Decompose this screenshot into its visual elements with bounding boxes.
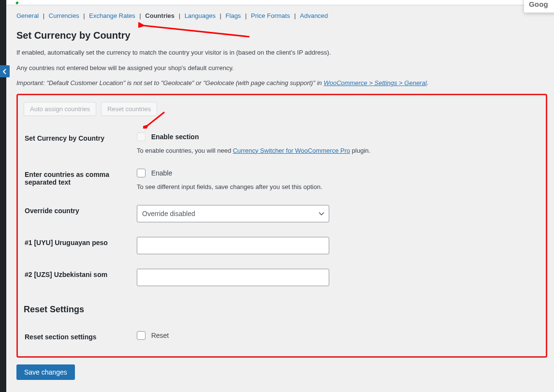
enable-section-desc: To enable countries, you will need Curre… bbox=[137, 147, 534, 154]
google-translate-badge[interactable]: Goog bbox=[524, 0, 554, 13]
label-currency-2: #2 [UZS] Uzbekistani som bbox=[25, 262, 136, 293]
woocommerce-settings-link[interactable]: WooCommerce > Settings > General bbox=[323, 79, 426, 87]
currency-1-input[interactable] bbox=[137, 237, 329, 254]
page-title: Set Currency by Country bbox=[16, 30, 547, 41]
settings-white-panel-top bbox=[6, 0, 554, 5]
label-set-currency-by-country: Set Currency by Country bbox=[25, 126, 136, 161]
override-country-select[interactable]: Override disabled bbox=[137, 205, 329, 222]
important-note: Important: "Default Customer Location" i… bbox=[16, 78, 547, 88]
currency-2-input[interactable] bbox=[137, 269, 329, 286]
reset-label[interactable]: Reset bbox=[151, 332, 169, 339]
important-text: Important: "Default Customer Location" i… bbox=[16, 79, 323, 87]
tab-exchange-rates[interactable]: Exchange Rates bbox=[89, 12, 135, 19]
label-currency-1: #1 [UYU] Uruguayan peso bbox=[25, 230, 136, 261]
settings-page: General | Currencies | Exchange Rates | … bbox=[10, 5, 554, 392]
auto-assign-countries-button[interactable]: Auto assign countries bbox=[24, 102, 96, 116]
settings-subtabs: General | Currencies | Exchange Rates | … bbox=[16, 12, 547, 19]
tab-languages[interactable]: Languages bbox=[185, 12, 216, 19]
label-comma-separated: Enter countries as comma separated text bbox=[25, 162, 136, 197]
label-override-country: Override country bbox=[25, 198, 136, 229]
label-reset-section: Reset section settings bbox=[25, 324, 136, 349]
default-currency-note: Any countries not entered below will be … bbox=[16, 63, 547, 73]
highlighted-settings-box: Auto assign countries Reset countries Se… bbox=[16, 94, 547, 358]
reset-checkbox[interactable] bbox=[137, 331, 146, 340]
tab-advanced[interactable]: Advanced bbox=[300, 12, 328, 19]
intro-text: If enabled, automatically set the curren… bbox=[16, 48, 547, 58]
reset-settings-heading: Reset Settings bbox=[24, 305, 540, 315]
currency-switcher-pro-link[interactable]: Currency Switcher for WooCommerce Pro bbox=[233, 147, 350, 154]
enable-comma-desc: To see different input fields, save chan… bbox=[137, 183, 534, 190]
enable-section-checkbox bbox=[137, 132, 146, 141]
tab-price-formats[interactable]: Price Formats bbox=[251, 12, 290, 19]
tab-currencies[interactable]: Currencies bbox=[49, 12, 79, 19]
reset-countries-button[interactable]: Reset countries bbox=[101, 102, 157, 116]
reset-settings-table: Reset section settings Reset bbox=[24, 323, 540, 350]
admin-sidebar bbox=[0, 0, 6, 392]
chevron-left-icon bbox=[3, 69, 7, 74]
collapse-sidebar-button[interactable] bbox=[0, 65, 10, 77]
tab-countries[interactable]: Countries bbox=[145, 12, 175, 19]
tab-general[interactable]: General bbox=[16, 12, 39, 19]
enable-comma-label[interactable]: Enable bbox=[151, 169, 173, 177]
save-changes-button[interactable]: Save changes bbox=[16, 364, 75, 380]
enable-comma-checkbox[interactable] bbox=[137, 169, 146, 177]
settings-form-table: Set Currency by Country Enable section T… bbox=[24, 125, 540, 294]
tab-flags[interactable]: Flags bbox=[226, 12, 241, 19]
enable-section-label: Enable section bbox=[151, 133, 199, 141]
